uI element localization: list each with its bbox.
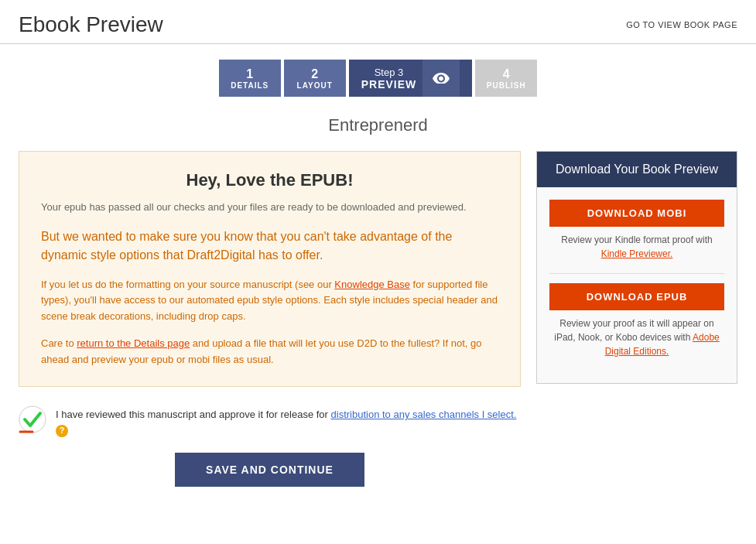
info-box-subtitle: Your epub has passed all our checks and … (41, 200, 498, 215)
download-panel-body: DOWNLOAD MOBI Review your Kindle format … (537, 187, 737, 383)
book-name: Entreprenerd (0, 104, 756, 143)
distribution-link[interactable]: distribution to any sales channels I sel… (331, 409, 517, 420)
info-box: Hey, Love the EPUB! Your epub has passed… (19, 151, 521, 387)
step-3-label: PREVIEW (361, 78, 417, 91)
step-1[interactable]: 1 DETAILS (219, 60, 281, 97)
info-box-title: Hey, Love the EPUB! (41, 170, 498, 190)
info-box-warning: But we wanted to make sure you know that… (41, 228, 498, 265)
approve-text: I have reviewed this manuscript and appr… (56, 407, 521, 437)
step-2-number: 2 (311, 67, 318, 81)
step-4-number: 4 (503, 67, 510, 81)
step-4: 4 PUBLISH (475, 60, 537, 97)
steps-container: 1 DETAILS 2 LAYOUT Step 3 PREVIEW 4 PUBL… (0, 44, 756, 104)
right-sidebar: Download Your Book Preview DOWNLOAD MOBI… (536, 151, 737, 502)
download-epub-section: DOWNLOAD EPUB Review your proof as it wi… (549, 283, 724, 358)
divider (549, 273, 724, 274)
approve-row: I have reviewed this manuscript and appr… (19, 399, 521, 450)
step-3[interactable]: Step 3 PREVIEW (349, 60, 473, 97)
info-box-cta: Care to return to the Details page and u… (41, 336, 498, 368)
help-icon[interactable]: ? (56, 425, 68, 437)
adobe-digital-editions-link[interactable]: Adobe Digital Editions. (605, 332, 720, 357)
details-page-link[interactable]: return to the Details page (77, 337, 190, 349)
download-epub-desc: Review your proof as it will appear on i… (549, 316, 724, 358)
download-panel: Download Your Book Preview DOWNLOAD MOBI… (536, 151, 737, 384)
download-mobi-section: DOWNLOAD MOBI Review your Kindle format … (549, 200, 724, 261)
preview-eye-icon[interactable] (422, 60, 460, 97)
download-panel-header: Download Your Book Preview (537, 152, 737, 187)
main-layout: Hey, Love the EPUB! Your epub has passed… (0, 143, 756, 510)
step-3-number: Step 3 (375, 67, 404, 78)
download-epub-button[interactable]: DOWNLOAD EPUB (549, 283, 724, 310)
step-1-number: 1 (246, 67, 253, 81)
go-to-book-page-link[interactable]: GO TO VIEW BOOK PAGE (626, 20, 737, 29)
left-content: Hey, Love the EPUB! Your epub has passed… (19, 151, 521, 502)
page-title: Ebook Preview (19, 12, 163, 37)
step-1-label: DETAILS (231, 81, 269, 90)
download-mobi-desc: Review your Kindle format proof with Kin… (549, 233, 724, 261)
step-2-label: LAYOUT (297, 81, 333, 90)
checkmark-icon (19, 405, 46, 433)
info-box-description: If you let us do the formatting on your … (41, 277, 498, 325)
knowledge-base-link[interactable]: Knowledge Base (334, 279, 410, 290)
kindle-previewer-link[interactable]: Kindle Previewer. (601, 248, 673, 259)
step-3-text: Step 3 PREVIEW (361, 67, 417, 91)
step-4-label: PUBLISH (487, 81, 526, 90)
step-2[interactable]: 2 LAYOUT (284, 60, 346, 97)
save-button-wrapper: SAVE AND CONTINUE (19, 450, 521, 502)
download-mobi-button[interactable]: DOWNLOAD MOBI (549, 200, 724, 227)
page-header: Ebook Preview GO TO VIEW BOOK PAGE (0, 0, 756, 44)
save-and-continue-button[interactable]: SAVE AND CONTINUE (175, 453, 364, 487)
